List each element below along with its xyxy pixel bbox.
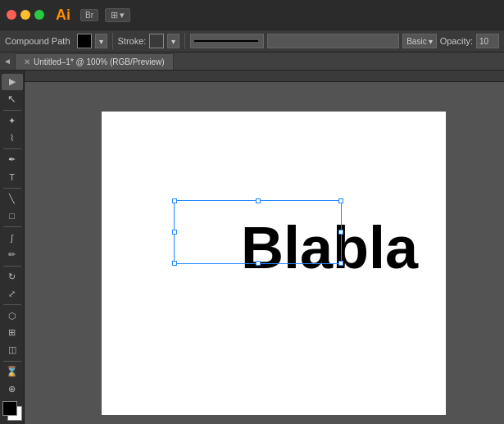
mesh-icon: ⊞ [8,327,16,338]
color-swatches [2,398,22,424]
eyedropper-tool[interactable]: ⌛ [2,364,23,381]
arrange-button[interactable]: ⊞ ▾ [105,8,130,22]
gradient-tool[interactable]: ◫ [2,342,23,358]
artboard: Blabla [102,112,446,415]
color-swatch-stack[interactable] [2,401,22,421]
zoom-tool[interactable]: ⊕ [2,381,23,397]
tool-separator-5 [3,266,21,267]
stroke-line-preview [194,40,258,42]
stroke-label: Stroke: [118,36,147,46]
paintbrush-tool[interactable]: ∫ [2,230,23,246]
tab-bar: ◄ ✕ Untitled–1* @ 100% (RGB/Preview) [0,52,504,71]
pencil-icon: ✏ [8,249,16,260]
tool-separator-3 [3,188,21,189]
window-controls [7,10,44,20]
tool-separator-1 [3,110,21,111]
pen-icon: ✒ [8,154,16,165]
pen-tool[interactable]: ✒ [2,152,23,168]
mesh-tool[interactable]: ⊞ [2,325,23,341]
basic-arrow: ▾ [429,37,433,46]
main-area: ▶ ↖ ✦ ⌇ ✒ T ╲ □ ∫ ✏ [0,71,504,424]
tab-left-arrow[interactable]: ◄ [3,57,11,66]
magic-wand-tool[interactable]: ✦ [2,113,23,130]
horizontal-ruler [25,71,504,82]
scale-icon: ⤢ [8,289,16,299]
opacity-label: Opacity: [440,36,473,46]
canvas-area: Blabla [25,71,504,424]
zoom-icon: ⊕ [8,384,16,394]
tool-separator-7 [3,361,21,362]
stroke-dropdown[interactable]: ▾ [167,34,179,48]
close-button[interactable] [7,10,16,20]
scale-tool[interactable]: ⤢ [2,285,23,302]
selection-tool[interactable]: ▶ [2,74,23,90]
eyedropper-icon: ⌛ [6,366,18,377]
tool-separator-2 [3,148,21,149]
pencil-tool[interactable]: ✏ [2,247,23,263]
text-content: Blabla [241,215,418,280]
document-canvas[interactable]: Blabla [36,95,504,424]
lasso-icon: ⌇ [10,133,14,144]
fill-dropdown[interactable]: ▾ [95,34,107,48]
blend-tool[interactable]: ⬡ [2,308,23,324]
direct-selection-tool[interactable]: ↖ [2,91,23,107]
rotate-tool[interactable]: ↻ [2,269,23,285]
minimize-button[interactable] [20,10,30,20]
document-tab[interactable]: ✕ Untitled–1* @ 100% (RGB/Preview) [15,53,174,70]
line-icon: ╲ [9,194,15,204]
direct-selection-icon: ↖ [7,93,16,105]
options-bar: Compound Path ▾ Stroke: ▾ Basic ▾ Opacit… [0,30,504,52]
tab-title: Untitled–1* @ 100% (RGB/Preview) [34,57,165,66]
type-tool[interactable]: T [2,169,23,185]
bridge-button[interactable]: Br [80,9,98,21]
stroke-width[interactable] [190,34,264,48]
title-bar: Ai Br ⊞ ▾ [0,0,504,30]
separator-2 [184,33,185,49]
object-type-label: Compound Path [5,36,70,46]
magic-wand-icon: ✦ [8,116,16,126]
text-object[interactable]: Blabla [241,218,418,277]
rect-icon: □ [9,211,15,221]
foreground-color-swatch[interactable] [2,401,17,416]
tool-separator-4 [3,226,21,227]
opacity-value[interactable]: 10 [476,34,499,48]
rotate-icon: ↻ [8,271,16,282]
selection-icon: ▶ [9,76,16,87]
tab-close-icon[interactable]: ✕ [24,57,30,66]
basic-label: Basic [406,37,426,46]
maximize-button[interactable] [34,10,44,20]
fill-swatch[interactable] [77,34,92,48]
toolbar: ▶ ↖ ✦ ⌇ ✒ T ╲ □ ∫ ✏ [0,71,25,424]
style-box[interactable] [267,34,399,48]
lasso-tool[interactable]: ⌇ [2,130,23,146]
paintbrush-icon: ∫ [11,233,13,243]
gradient-icon: ◫ [8,344,16,355]
type-icon: T [9,172,15,182]
tool-separator-6 [3,304,21,305]
arrange-icon: ⊞ [111,10,118,21]
rect-tool[interactable]: □ [2,207,23,224]
basic-style[interactable]: Basic ▾ [402,34,436,48]
app-logo: Ai [56,7,70,24]
separator-1 [112,33,113,49]
stroke-swatch[interactable] [149,34,164,48]
line-tool[interactable]: ╲ [2,191,23,207]
blend-icon: ⬡ [8,311,16,321]
arrange-arrow: ▾ [120,10,125,21]
